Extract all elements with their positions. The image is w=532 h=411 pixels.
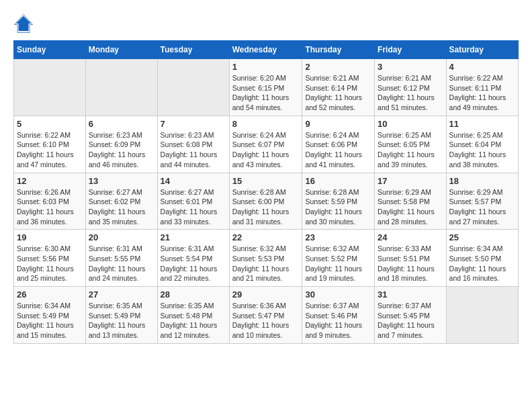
calendar-cell: 24Sunrise: 6:33 AM Sunset: 5:51 PM Dayli…: [375, 230, 446, 287]
calendar-cell: [157, 59, 229, 116]
day-info: Sunrise: 6:22 AM Sunset: 6:10 PM Dayligh…: [17, 130, 83, 170]
svg-marker-0: [16, 16, 32, 32]
day-info: Sunrise: 6:32 AM Sunset: 5:53 PM Dayligh…: [232, 244, 300, 283]
day-number: 3: [378, 62, 443, 72]
day-header-thursday: Thursday: [302, 41, 375, 59]
calendar-cell: 8Sunrise: 6:24 AM Sunset: 6:07 PM Daylig…: [229, 116, 302, 173]
calendar-cell: 17Sunrise: 6:29 AM Sunset: 5:58 PM Dayli…: [375, 173, 446, 230]
day-info: Sunrise: 6:23 AM Sunset: 6:09 PM Dayligh…: [89, 130, 154, 170]
day-number: 10: [378, 119, 443, 129]
day-number: 6: [89, 119, 154, 129]
calendar-week-row: 1Sunrise: 6:20 AM Sunset: 6:15 PM Daylig…: [14, 59, 519, 116]
day-info: Sunrise: 6:24 AM Sunset: 6:06 PM Dayligh…: [305, 130, 371, 170]
day-info: Sunrise: 6:22 AM Sunset: 6:11 PM Dayligh…: [449, 73, 515, 113]
day-number: 27: [89, 289, 154, 300]
day-info: Sunrise: 6:27 AM Sunset: 6:02 PM Dayligh…: [89, 187, 154, 227]
calendar-table: SundayMondayTuesdayWednesdayThursdayFrid…: [13, 40, 519, 344]
day-info: Sunrise: 6:21 AM Sunset: 6:14 PM Dayligh…: [305, 73, 371, 113]
day-number: 7: [161, 119, 226, 129]
calendar-cell: 22Sunrise: 6:32 AM Sunset: 5:53 PM Dayli…: [229, 230, 302, 287]
calendar-cell: 3Sunrise: 6:21 AM Sunset: 6:12 PM Daylig…: [375, 59, 446, 116]
calendar-cell: 7Sunrise: 6:23 AM Sunset: 6:08 PM Daylig…: [157, 116, 229, 173]
day-number: 30: [305, 289, 371, 300]
day-number: 1: [232, 62, 300, 72]
calendar-cell: 19Sunrise: 6:30 AM Sunset: 5:56 PM Dayli…: [14, 230, 86, 287]
day-number: 28: [161, 289, 226, 300]
day-info: Sunrise: 6:36 AM Sunset: 5:47 PM Dayligh…: [232, 301, 300, 340]
day-info: Sunrise: 6:35 AM Sunset: 5:48 PM Dayligh…: [161, 301, 226, 340]
day-header-saturday: Saturday: [446, 41, 518, 59]
calendar-cell: 23Sunrise: 6:32 AM Sunset: 5:52 PM Dayli…: [302, 230, 375, 287]
day-number: 11: [449, 119, 515, 129]
calendar-cell: 11Sunrise: 6:25 AM Sunset: 6:04 PM Dayli…: [446, 116, 518, 173]
day-number: 4: [449, 62, 515, 72]
day-info: Sunrise: 6:37 AM Sunset: 5:46 PM Dayligh…: [305, 301, 371, 340]
calendar-week-row: 26Sunrise: 6:34 AM Sunset: 5:49 PM Dayli…: [14, 287, 519, 344]
day-number: 5: [17, 119, 83, 129]
day-number: 29: [232, 289, 300, 300]
calendar-cell: [446, 287, 518, 344]
day-number: 19: [17, 232, 83, 242]
logo-icon: [13, 13, 34, 34]
day-number: 18: [449, 176, 515, 186]
calendar-cell: 18Sunrise: 6:29 AM Sunset: 5:57 PM Dayli…: [446, 173, 518, 230]
day-number: 21: [161, 232, 226, 242]
calendar-cell: 21Sunrise: 6:31 AM Sunset: 5:54 PM Dayli…: [157, 230, 229, 287]
day-info: Sunrise: 6:26 AM Sunset: 6:03 PM Dayligh…: [17, 187, 83, 227]
day-info: Sunrise: 6:34 AM Sunset: 5:50 PM Dayligh…: [449, 244, 515, 283]
day-number: 20: [89, 232, 154, 242]
calendar-cell: 15Sunrise: 6:28 AM Sunset: 6:00 PM Dayli…: [229, 173, 302, 230]
calendar-cell: 28Sunrise: 6:35 AM Sunset: 5:48 PM Dayli…: [157, 287, 229, 344]
calendar-cell: 16Sunrise: 6:28 AM Sunset: 5:59 PM Dayli…: [302, 173, 375, 230]
calendar-cell: [14, 59, 86, 116]
day-info: Sunrise: 6:37 AM Sunset: 5:45 PM Dayligh…: [378, 301, 443, 340]
day-info: Sunrise: 6:29 AM Sunset: 5:58 PM Dayligh…: [378, 187, 443, 227]
day-number: 12: [17, 176, 83, 186]
calendar-header-row: SundayMondayTuesdayWednesdayThursdayFrid…: [14, 41, 519, 59]
day-number: 8: [232, 119, 300, 129]
day-number: 15: [232, 176, 300, 186]
day-header-monday: Monday: [85, 41, 157, 59]
calendar-cell: 13Sunrise: 6:27 AM Sunset: 6:02 PM Dayli…: [85, 173, 157, 230]
day-number: 14: [161, 176, 226, 186]
day-info: Sunrise: 6:25 AM Sunset: 6:04 PM Dayligh…: [449, 130, 515, 170]
calendar-cell: 30Sunrise: 6:37 AM Sunset: 5:46 PM Dayli…: [302, 287, 375, 344]
calendar-cell: 1Sunrise: 6:20 AM Sunset: 6:15 PM Daylig…: [229, 59, 302, 116]
day-info: Sunrise: 6:28 AM Sunset: 5:59 PM Dayligh…: [305, 187, 371, 227]
day-info: Sunrise: 6:28 AM Sunset: 6:00 PM Dayligh…: [232, 187, 300, 227]
day-header-friday: Friday: [375, 41, 446, 59]
day-number: 23: [305, 232, 371, 242]
calendar-cell: 27Sunrise: 6:35 AM Sunset: 5:49 PM Dayli…: [85, 287, 157, 344]
day-number: 13: [89, 176, 154, 186]
day-header-tuesday: Tuesday: [157, 41, 229, 59]
day-info: Sunrise: 6:33 AM Sunset: 5:51 PM Dayligh…: [378, 244, 443, 283]
calendar-cell: [85, 59, 157, 116]
calendar-cell: 29Sunrise: 6:36 AM Sunset: 5:47 PM Dayli…: [229, 287, 302, 344]
calendar-cell: 10Sunrise: 6:25 AM Sunset: 6:05 PM Dayli…: [375, 116, 446, 173]
logo: [13, 13, 36, 34]
day-info: Sunrise: 6:34 AM Sunset: 5:49 PM Dayligh…: [17, 301, 83, 340]
day-number: 17: [378, 176, 443, 186]
calendar-cell: 4Sunrise: 6:22 AM Sunset: 6:11 PM Daylig…: [446, 59, 518, 116]
calendar-cell: 6Sunrise: 6:23 AM Sunset: 6:09 PM Daylig…: [85, 116, 157, 173]
calendar-cell: 12Sunrise: 6:26 AM Sunset: 6:03 PM Dayli…: [14, 173, 86, 230]
calendar-cell: 26Sunrise: 6:34 AM Sunset: 5:49 PM Dayli…: [14, 287, 86, 344]
day-number: 9: [305, 119, 371, 129]
calendar-week-row: 12Sunrise: 6:26 AM Sunset: 6:03 PM Dayli…: [14, 173, 519, 230]
calendar-cell: 31Sunrise: 6:37 AM Sunset: 5:45 PM Dayli…: [375, 287, 446, 344]
page-header: [13, 13, 519, 34]
day-number: 24: [378, 232, 443, 242]
day-info: Sunrise: 6:27 AM Sunset: 6:01 PM Dayligh…: [161, 187, 226, 227]
day-info: Sunrise: 6:21 AM Sunset: 6:12 PM Dayligh…: [378, 73, 443, 113]
day-header-wednesday: Wednesday: [229, 41, 302, 59]
day-info: Sunrise: 6:32 AM Sunset: 5:52 PM Dayligh…: [305, 244, 371, 283]
calendar-cell: 14Sunrise: 6:27 AM Sunset: 6:01 PM Dayli…: [157, 173, 229, 230]
day-number: 25: [449, 232, 515, 242]
day-number: 2: [305, 62, 371, 72]
day-info: Sunrise: 6:35 AM Sunset: 5:49 PM Dayligh…: [89, 301, 154, 340]
day-info: Sunrise: 6:24 AM Sunset: 6:07 PM Dayligh…: [232, 130, 300, 170]
day-number: 31: [378, 289, 443, 300]
calendar-week-row: 5Sunrise: 6:22 AM Sunset: 6:10 PM Daylig…: [14, 116, 519, 173]
day-header-sunday: Sunday: [14, 41, 86, 59]
day-number: 26: [17, 289, 83, 300]
